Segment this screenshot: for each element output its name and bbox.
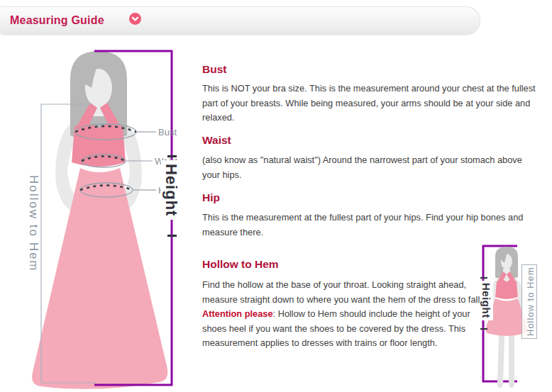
height-tick bbox=[167, 155, 177, 157]
hip-description: This is the measurement at the fullest p… bbox=[202, 211, 539, 240]
small-hollow-to-hem-label: Hollow to Hem bbox=[525, 267, 536, 336]
measuring-guide-page: Measuring Guide bbox=[0, 0, 552, 392]
hollow-description-intro: Find the hollow at the base of your thro… bbox=[202, 279, 482, 305]
main-figure bbox=[32, 51, 167, 389]
waist-heading: Waist bbox=[202, 134, 231, 147]
hollow-to-hem-heading: Hollow to Hem bbox=[202, 258, 279, 271]
waist-description: (also know as "natural waist") Around th… bbox=[202, 153, 539, 182]
height-label: Height bbox=[161, 160, 181, 220]
dress-skirt bbox=[32, 168, 167, 389]
hollow-to-hem-label: Hollow to Hem bbox=[26, 175, 40, 272]
attention-label: Attention please bbox=[202, 308, 273, 319]
hip-heading: Hip bbox=[202, 191, 220, 204]
bust-heading: Bust bbox=[202, 63, 226, 76]
dress-bodice bbox=[495, 279, 518, 299]
bust-label: Bust bbox=[158, 127, 177, 138]
height-tick bbox=[167, 235, 177, 237]
bust-description: This is NOT your bra size. This is the m… bbox=[202, 82, 539, 125]
dress-bodice bbox=[72, 123, 126, 167]
hollow-to-hem-description: Find the hollow at the base of your thro… bbox=[202, 278, 487, 351]
